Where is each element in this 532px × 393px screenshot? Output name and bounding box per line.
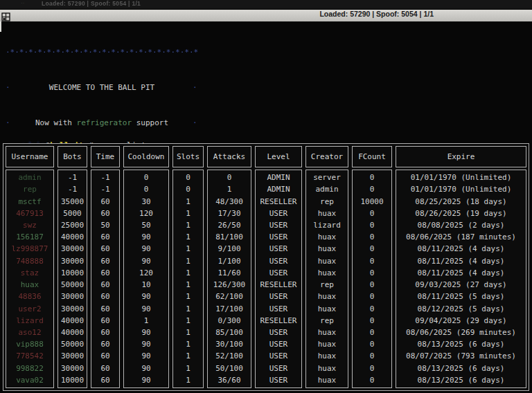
window-title: Loaded: 57290 | Spoof: 5054 | 1/1 [42,0,141,7]
fcount-cell: 0 [353,267,391,279]
attacks-cell: 1 [208,183,251,195]
bots-cell: 25000 [58,219,87,231]
creator-cell: huax [306,338,348,350]
slots-cell: 1 [173,243,203,255]
level-cell: USER [256,374,301,386]
level-cell: RESELLER [256,195,301,207]
creator-cell: huax [306,363,348,374]
banner-subtitle-line: · Now with refrigerator support · [6,117,198,129]
slots-cell: 1 [173,374,203,386]
attacks-cell: 126/300 [208,279,251,291]
level-cell: USER [256,327,301,338]
slots-cell: 1 [173,327,203,338]
creator-cell: admin [306,183,348,195]
fcount-cell: 0 [353,374,391,386]
fcount-cell: 0 [353,315,391,327]
banner-side-dot: · [6,117,11,129]
expire-cell: 08/11/2025 (5 days) [396,291,526,302]
username-cell: swz [6,219,53,231]
bots-cell: 10000 [58,267,87,279]
bots-cell: 35000 [58,195,87,207]
banner-side-dot: · [193,117,198,129]
bots-cell: 50000 [58,338,87,350]
cooldown-cell: 0 [124,183,168,195]
username-cell: 156187 [6,231,53,243]
bots-cell: -1 [58,183,87,195]
creator-cell: huax [306,231,348,243]
fcount-cell: 10000 [353,195,391,207]
subtitle-prefix: Now with [35,118,77,127]
subtitle-suffix: support [132,118,168,127]
level-cell: RESELLER [256,315,301,327]
cooldown-cell: 1 [124,315,168,327]
bots-cell: 5000 [58,208,87,219]
cooldown-cell: 50 [124,219,168,231]
banner-title-line: · WELCOME TO THE BALL PIT · [6,82,198,93]
expire-cell: 08/26/2025 (19 days) [396,208,526,219]
column-header-time: Time [91,146,120,167]
fcount-cell: 0 [353,172,391,183]
bots-cell: 40000 [58,327,87,338]
attacks-cell: 17/100 [208,302,251,314]
fcount-cell: 0 [353,219,391,231]
users-table-column-attacks: 0148/30017/3026/5081/1009/1001/10011/601… [207,170,251,388]
attacks-cell: 85/100 [208,327,251,338]
expire-cell: 08/12/2025 (5 days) [396,302,526,314]
time-cell: 60 [91,208,119,219]
attacks-cell: 17/30 [208,208,251,219]
level-cell: RESELLER [256,279,301,291]
time-cell: 60 [91,350,119,362]
time-cell: 60 [91,195,119,207]
slots-cell: 0 [173,183,203,195]
cooldown-cell: 90 [124,350,168,362]
time-cell: 60 [91,243,119,255]
fcount-cell: 0 [353,255,391,267]
expire-cell: 09/04/2025 (29 days) [396,315,526,327]
column-header-level: Level [255,146,302,167]
creator-cell: lizard [306,219,348,231]
level-cell: USER [256,255,301,267]
time-cell: 60 [91,231,119,243]
attacks-cell: 81/100 [208,231,251,243]
fcount-cell: 0 [353,243,391,255]
grid-window-icon[interactable] [1,11,10,20]
time-cell: 60 [91,338,119,350]
bots-cell: -1 [58,172,87,183]
level-cell: USER [256,267,301,279]
fcount-cell: 0 [353,327,391,338]
users-table-column-cooldown: 00301205090909012010909019090909090 [123,170,169,388]
banner-side-dot: · [193,82,198,93]
cooldown-cell: 90 [124,374,168,386]
column-header-attacks: Attacks [207,146,251,167]
column-header-bots: Bots [57,146,87,167]
cooldown-cell: 90 [124,338,168,350]
username-cell: lz998877 [6,243,53,255]
username-cell: msctf [6,195,53,207]
slots-cell: 1 [173,315,203,327]
level-cell: USER [256,208,301,219]
fcount-cell: 0 [353,279,391,291]
loaded-spoof-status: Loaded: 57290 | Spoof: 5054 | 1/1 [319,10,434,18]
creator-cell: huax [306,291,348,302]
level-cell: USER [256,302,301,314]
bots-cell: 30000 [58,291,87,302]
banner-side-dot: · [6,82,11,93]
users-table-column-fcount: 0010000000000000000000 [352,170,392,388]
slots-cell: 1 [173,338,203,350]
cooldown-cell: 90 [124,243,168,255]
window-titlebar: ·· Loaded: 57290 | Spoof: 5054 | 1/1 [0,0,532,10]
creator-cell: server [306,172,348,183]
column-header-username: Username [6,146,54,167]
users-table-column-slots: 001111111111111111 [172,170,204,388]
subtitle-highlight: refrigerator [77,118,132,127]
creator-cell: huax [306,208,348,219]
time-cell: -1 [91,172,119,183]
users-table-column-username: adminrepmsctf467913swz156187lz9988777488… [6,170,54,388]
bots-cell: 30000 [58,302,87,314]
username-cell: staz [6,267,53,279]
banner-border-top: ·*·*·*·*·*·*·*·*·*·*·*·*·*·*·*·*·*·*·*·*… [6,46,198,58]
column-header-cooldown: Cooldown [123,146,169,167]
slots-cell: 1 [173,267,203,279]
fcount-cell: 0 [353,231,391,243]
bots-cell: 30000 [58,255,87,267]
